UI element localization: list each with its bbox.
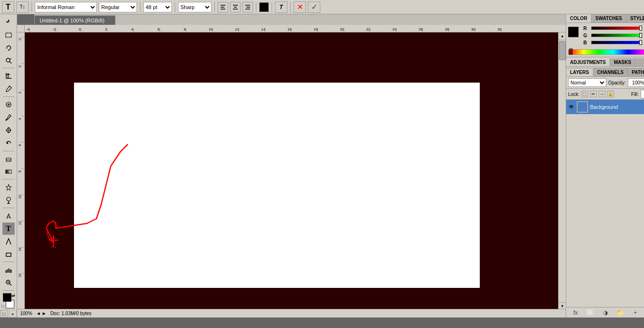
tool-pen[interactable]: [2, 210, 15, 222]
layers-bottom-bar: fx ⬜ ◑ 📁 + 🗑: [566, 307, 644, 317]
color-sliders-area: R 0 G 0: [566, 23, 644, 48]
layers-tabs: LAYERS CHANNELS PATHS ≡: [566, 68, 644, 77]
swap-colors-btn[interactable]: ⇄: [11, 293, 15, 298]
tool-blur[interactable]: [2, 181, 15, 193]
svg-text:0: 0: [18, 65, 21, 67]
tab-paths[interactable]: PATHS: [628, 68, 644, 76]
svg-text:2: 2: [18, 92, 21, 94]
color-panel: COLOR SWATCHES STYLES ≡ R 0: [566, 14, 644, 57]
tool-dodge[interactable]: [2, 194, 15, 206]
tool-crop[interactable]: [2, 70, 15, 82]
quick-mask-btn[interactable]: ●: [9, 310, 17, 317]
lock-move-btn[interactable]: ↔: [599, 91, 605, 97]
lock-transparent-btn[interactable]: ⬚: [581, 91, 588, 97]
opacity-label: Opacity:: [608, 80, 626, 85]
tool-gradient[interactable]: [2, 165, 15, 178]
cancel-btn[interactable]: ✕: [294, 1, 306, 13]
anti-alias-select[interactable]: Sharp: [178, 2, 211, 12]
font-style-select[interactable]: Regular: [99, 2, 137, 12]
tool-zoom[interactable]: [2, 276, 15, 289]
document-canvas[interactable]: [74, 83, 480, 288]
tab-styles[interactable]: STYLES: [626, 14, 644, 22]
tab-masks[interactable]: MASKS: [610, 58, 635, 66]
commit-btn[interactable]: ✓: [308, 1, 320, 13]
sep3: [175, 2, 175, 12]
tool-shape[interactable]: [2, 248, 15, 261]
align-center-btn[interactable]: [230, 2, 241, 12]
tool-clone-stamp[interactable]: [2, 124, 15, 137]
svg-text:14: 14: [18, 247, 21, 251]
tool-eyedropper[interactable]: [2, 83, 15, 95]
tool-path-select[interactable]: [2, 235, 15, 248]
opacity-input[interactable]: [628, 78, 644, 87]
fg-color-swatch[interactable]: [3, 293, 11, 302]
tool-quick-select[interactable]: [2, 54, 15, 67]
v-scrollbar[interactable]: ▲ ▼: [558, 32, 566, 310]
b-slider[interactable]: [591, 41, 641, 45]
g-slider[interactable]: [591, 33, 641, 38]
svg-text:10: 10: [18, 195, 21, 199]
blend-mode-select[interactable]: Normal: [568, 78, 606, 87]
svg-point-25: [7, 197, 11, 201]
right-panel: COLOR SWATCHES STYLES ≡ R 0: [566, 14, 644, 317]
svg-text:4: 4: [18, 118, 21, 120]
canvas-container: -4 -2 0 2 4 6 8 10 12 14 16 18 20 22: [17, 25, 566, 317]
tab-swatches[interactable]: SWATCHES: [591, 14, 626, 22]
tab-close-btn[interactable]: ×: [107, 18, 110, 23]
warp-text-btn[interactable]: T: [275, 1, 287, 13]
svg-line-13: [10, 62, 11, 63]
color-spectrum-bar[interactable]: [568, 49, 644, 55]
tab-layers[interactable]: LAYERS: [566, 68, 593, 76]
text-color-swatch[interactable]: [259, 2, 269, 12]
standard-mode-btn[interactable]: □: [0, 310, 8, 317]
tool-history-brush[interactable]: [2, 137, 15, 149]
color-panel-tabs: COLOR SWATCHES STYLES ≡: [566, 14, 644, 23]
layer-group-btn[interactable]: 📁: [616, 308, 625, 317]
tool-type-indicator[interactable]: T: [2, 1, 14, 13]
lock-all-btn[interactable]: 🔒: [607, 91, 614, 97]
document-tab[interactable]: Untitled-1 @ 100% (RGB/8) ×: [34, 15, 116, 25]
layer-eye-btn[interactable]: 👁: [568, 104, 575, 110]
lock-paint-btn[interactable]: ✏: [590, 91, 597, 97]
tool-brush[interactable]: [2, 111, 15, 124]
tool-marquee[interactable]: [2, 29, 15, 41]
v-scroll-up-btn[interactable]: ▲: [559, 32, 566, 40]
tab-color[interactable]: COLOR: [566, 14, 591, 22]
svg-line-14: [10, 58, 11, 59]
tool-eraser[interactable]: [2, 153, 15, 165]
color-main-swatch[interactable]: [568, 27, 579, 37]
svg-rect-28: [6, 253, 11, 256]
svg-text:8: 8: [184, 27, 186, 32]
layer-new-btn[interactable]: +: [631, 308, 640, 317]
tab-channels[interactable]: CHANNELS: [593, 68, 628, 76]
layer-thumb: [577, 101, 588, 113]
tool-options-btn[interactable]: T↕: [16, 1, 29, 13]
canvas-outer: Untitled-1 @ 100% (RGB/8) × -4 -2 0: [17, 14, 566, 317]
align-left-btn[interactable]: [218, 2, 228, 12]
layer-fx-btn[interactable]: fx: [571, 308, 580, 317]
default-colors-btn[interactable]: □: [2, 304, 4, 308]
r-slider[interactable]: [591, 26, 641, 31]
sep2: [140, 2, 140, 12]
layer-adj-btn[interactable]: ◑: [601, 308, 610, 317]
v-scroll-thumb[interactable]: [559, 41, 566, 60]
fill-input[interactable]: [641, 90, 644, 98]
status-bar: 100% ◄ ► Doc: 1.03M/0 bytes: [17, 309, 566, 317]
font-family-select[interactable]: Informal Roman: [35, 2, 97, 12]
tool-sep5: [3, 208, 14, 208]
status-arrows[interactable]: ◄ ►: [36, 311, 47, 316]
layer-background-row[interactable]: 👁 Background 🔒: [566, 100, 644, 114]
svg-text:12: 12: [18, 221, 21, 225]
tool-type[interactable]: T: [2, 222, 15, 235]
tab-adjustments[interactable]: ADJUSTMENTS: [566, 58, 610, 66]
tool-hand[interactable]: [2, 264, 15, 276]
tool-healing[interactable]: [2, 98, 15, 111]
align-right-btn[interactable]: [243, 2, 253, 12]
font-size-select[interactable]: 48 pt: [143, 2, 172, 12]
locks-fill-row: Lock: ⬚ ✏ ↔ 🔒 Fill:: [566, 89, 644, 100]
tool-move[interactable]: [2, 16, 15, 28]
svg-line-30: [10, 284, 11, 286]
tool-lasso[interactable]: [2, 42, 15, 54]
layer-mask-btn[interactable]: ⬜: [586, 308, 595, 317]
canvas-viewport[interactable]: [25, 32, 566, 309]
